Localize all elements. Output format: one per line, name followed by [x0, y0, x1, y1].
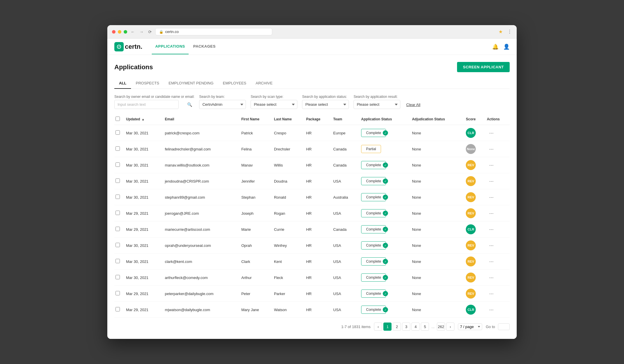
actions-menu-button-10[interactable]: ···	[487, 290, 496, 298]
actions-menu-button-11[interactable]: ···	[487, 306, 496, 314]
status-check: ✓	[383, 275, 388, 280]
row-checkbox-8[interactable]	[116, 259, 120, 263]
actions-menu-button-0[interactable]: ···	[487, 129, 496, 137]
status-select[interactable]: Please select	[302, 100, 349, 109]
row-lastname-11: Watson	[272, 302, 304, 318]
app-status-button-5[interactable]: Complete ✓	[361, 209, 386, 217]
app-status-button-2[interactable]: Complete ✓	[361, 161, 386, 169]
row-checkbox-3[interactable]	[116, 178, 120, 183]
menu-icon[interactable]: ⋮	[507, 29, 512, 34]
search-icon-button[interactable]: 🔍	[187, 102, 192, 107]
maximize-dot[interactable]	[124, 30, 127, 34]
tab-employees[interactable]: EMPLOYEES	[218, 78, 251, 89]
row-checkbox-5[interactable]	[116, 211, 120, 215]
team-select[interactable]: CertnAdmin	[199, 100, 246, 109]
row-checkbox-0[interactable]	[116, 130, 120, 135]
page-262-button[interactable]: 262	[437, 323, 445, 331]
address-bar[interactable]: 🔒 certn.co	[155, 28, 272, 35]
row-checkbox-10[interactable]	[116, 291, 120, 295]
row-updated-0: Mar 30, 2021	[124, 125, 163, 141]
forward-button[interactable]: →	[138, 29, 145, 35]
app-status-button-3[interactable]: Complete ✓	[361, 177, 386, 185]
row-package-5: HR	[304, 205, 331, 221]
app-status-button-1[interactable]: Partial	[361, 145, 381, 153]
goto-input[interactable]	[498, 323, 510, 330]
row-checkbox-11[interactable]	[116, 307, 120, 311]
row-checkbox-4[interactable]	[116, 195, 120, 199]
scan-select[interactable]: Please select	[251, 100, 297, 109]
actions-menu-button-8[interactable]: ···	[487, 257, 496, 266]
row-checkbox-9[interactable]	[116, 275, 120, 279]
app-status-button-9[interactable]: Complete ✓	[361, 273, 386, 282]
actions-menu-button-1[interactable]: ···	[487, 145, 496, 153]
actions-menu-button-9[interactable]: ···	[487, 273, 496, 282]
search-input[interactable]	[114, 100, 179, 109]
app-status-button-7[interactable]: Complete ✓	[361, 241, 386, 249]
select-all-checkbox[interactable]	[116, 117, 120, 121]
tab-archive[interactable]: ARCHIVE	[251, 78, 277, 89]
row-team-11: USA	[331, 302, 359, 318]
app-status-button-11[interactable]: Complete ✓	[361, 306, 386, 314]
nav-applications[interactable]: APPLICATIONS	[152, 39, 189, 54]
table-row: Mar 30, 2021 felinadrechsler@gmail.com F…	[114, 141, 510, 157]
row-team-8: USA	[331, 254, 359, 270]
actions-menu-button-5[interactable]: ···	[487, 209, 496, 218]
star-icon[interactable]: ★	[499, 29, 503, 34]
row-updated-3: Mar 30, 2021	[124, 173, 163, 189]
app-status-button-6[interactable]: Complete ✓	[361, 225, 386, 233]
page-5-button[interactable]: 5	[421, 323, 429, 331]
close-dot[interactable]	[112, 30, 116, 34]
score-badge-5: REV	[466, 208, 476, 218]
row-checkbox-6[interactable]	[116, 227, 120, 231]
next-page-button[interactable]: ›	[446, 323, 454, 331]
minimize-dot[interactable]	[118, 30, 121, 34]
result-select[interactable]: Please select	[354, 100, 400, 109]
row-lastname-7: Winfrey	[272, 238, 304, 254]
row-package-3: HR	[304, 173, 331, 189]
screen-applicant-button[interactable]: SCREEN APPLICANT	[457, 62, 510, 72]
actions-menu-button-3[interactable]: ···	[487, 177, 496, 186]
user-profile-button[interactable]: 👤	[503, 44, 510, 50]
row-checkbox-2[interactable]	[116, 162, 120, 167]
tab-prospects[interactable]: PROSPECTS	[131, 78, 164, 89]
clear-all-button[interactable]: Clear All	[405, 100, 421, 109]
notification-bell-button[interactable]: 🔔	[492, 44, 499, 50]
row-package-6: HR	[304, 221, 331, 238]
page-4-button[interactable]: 4	[411, 323, 420, 331]
back-button[interactable]: ←	[130, 29, 136, 35]
app-status-button-10[interactable]: Complete ✓	[361, 290, 386, 298]
row-firstname-6: Marie	[239, 221, 272, 238]
per-page-select[interactable]: 7 / page 10 / page 20 / page 50 / page	[458, 323, 482, 330]
page-2-button[interactable]: 2	[393, 323, 401, 331]
row-appstatus-8: Complete ✓	[359, 254, 410, 270]
col-updated[interactable]: Updated ▲	[124, 114, 163, 125]
app-status-button-0[interactable]: Complete ✓	[361, 129, 386, 137]
row-package-4: HR	[304, 189, 331, 205]
row-firstname-11: Mary Jane	[239, 302, 272, 318]
status-check: ✓	[383, 307, 388, 312]
row-actions-2: ···	[485, 157, 510, 173]
row-email-10: peterparker@dailybugle.com	[163, 286, 239, 302]
tab-employment-pending[interactable]: EMPLOYMENT PENDING	[164, 78, 218, 89]
refresh-button[interactable]: ⟳	[147, 29, 153, 35]
actions-menu-button-7[interactable]: ···	[487, 241, 496, 250]
row-checkbox-1[interactable]	[116, 146, 120, 151]
row-adjstatus-3: None	[410, 173, 463, 189]
status-check: ✓	[383, 291, 388, 296]
row-checkbox-cell	[114, 173, 124, 189]
row-firstname-5: Joseph	[239, 205, 272, 221]
app-status-button-4[interactable]: Complete ✓	[361, 193, 386, 201]
prev-page-button[interactable]: ‹	[374, 323, 382, 331]
actions-menu-button-6[interactable]: ···	[487, 225, 496, 234]
page-1-button[interactable]: 1	[383, 323, 392, 331]
row-team-5: USA	[331, 205, 359, 221]
page-3-button[interactable]: 3	[402, 323, 410, 331]
select-all-header	[114, 114, 124, 125]
tab-all[interactable]: ALL	[114, 78, 131, 89]
app-status-button-8[interactable]: Complete ✓	[361, 257, 386, 266]
actions-menu-button-2[interactable]: ···	[487, 161, 496, 169]
nav-packages[interactable]: PACKAGES	[190, 39, 219, 54]
row-checkbox-7[interactable]	[116, 243, 120, 247]
actions-menu-button-4[interactable]: ···	[487, 193, 496, 202]
team-filter-group: Search by team: CertnAdmin	[199, 95, 246, 109]
